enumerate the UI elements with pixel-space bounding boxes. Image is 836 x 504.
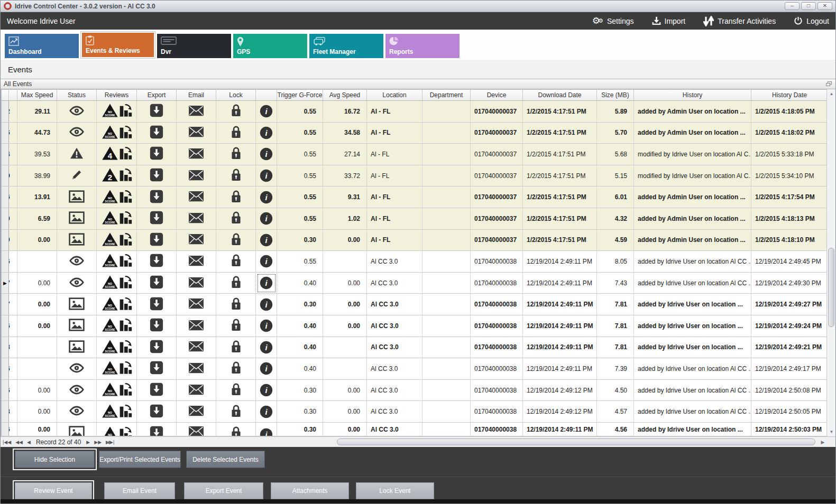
row-selector[interactable] [2,337,9,358]
export-cell[interactable] [137,186,177,208]
event-row[interactable]: 60.00NOSCOREi0.300.00Al CC 3.00170400000… [2,380,835,402]
email-cell[interactable] [177,423,216,436]
row-selector[interactable] [2,208,9,229]
info-icon[interactable]: i [258,426,275,436]
export-cell[interactable] [137,294,177,315]
info-icon[interactable]: i [258,231,275,249]
nav-first-button[interactable]: |◀◀ [1,440,13,445]
event-row[interactable]: 60.00NOSCOREi0.300.00Al CC 3.00170400000… [2,423,835,436]
info-icon[interactable]: i [258,188,275,206]
event-row[interactable]: 8NOSCOREi0.40Al CC 3.001704000003812/19/… [2,337,835,359]
event-row[interactable]: ▶70.00NOSCOREi0.400.00Al CC 3.0017040000… [2,273,835,294]
info-cell[interactable]: i [256,165,277,186]
info-cell[interactable]: i [256,380,277,401]
event-row[interactable]: 613.91NOSCOREi0.559.31Al - FL01704000003… [2,186,835,208]
info-icon[interactable]: i [258,102,275,120]
info-icon[interactable]: i [258,253,275,270]
scroll-up-icon[interactable]: ▲ [827,89,836,98]
export-cell[interactable] [137,123,177,144]
email-cell[interactable] [177,380,216,401]
column-header-trigger-g-force[interactable]: Trigger G-Force [277,90,323,100]
email-cell[interactable] [177,101,216,122]
info-icon[interactable]: i [258,145,275,163]
info-cell[interactable]: i [256,144,277,165]
email-cell[interactable] [177,165,216,186]
column-header-row-selector[interactable] [2,90,9,100]
delete-selected-events-button[interactable]: Delete Selected Events [186,451,265,468]
email-cell[interactable] [177,186,216,208]
reviews-cell[interactable]: NOSCORE [97,358,137,379]
hide-selection-button[interactable]: Hide Selection [15,451,95,468]
email-cell[interactable] [177,337,216,358]
tab-fleet-manager[interactable]: Fleet Manager [309,34,383,58]
info-icon[interactable]: i [258,360,275,378]
event-row[interactable]: 60.00NOSCOREi0.400.00Al CC 3.00170400000… [2,315,835,337]
info-icon[interactable]: i [258,338,275,356]
row-selector[interactable] [2,358,9,379]
attachments-button[interactable]: Attachments [271,482,349,499]
scroll-right-icon[interactable]: ▶ [819,437,826,447]
reviews-cell[interactable]: NOSCORE [97,380,137,401]
lock-cell[interactable] [216,208,256,229]
email-cell[interactable] [177,208,216,229]
reviews-cell[interactable]: 2 [97,165,137,186]
reviews-cell[interactable]: NOSCORE [97,186,137,208]
info-cell[interactable]: i [256,273,277,294]
info-cell[interactable]: i [256,337,277,358]
vertical-scroll-thumb[interactable] [828,248,834,327]
info-cell[interactable]: i [256,315,277,337]
column-header-info[interactable] [256,90,277,100]
email-cell[interactable] [177,315,216,337]
lock-cell[interactable] [216,401,256,422]
tab-reports[interactable]: Reports [385,34,460,58]
tab-events-reviews[interactable]: Events & Reviews [81,32,155,58]
email-cell[interactable] [177,358,216,379]
row-selector[interactable] [2,101,9,122]
info-icon[interactable]: i [258,295,275,313]
reviews-cell[interactable]: NOSCORE [97,251,137,272]
tab-gps[interactable]: GPS [233,34,307,58]
event-row[interactable]: 938.992i0.5533.72Al - FL0170400000371/2/… [2,165,835,187]
info-icon[interactable]: i [258,381,275,399]
row-selector[interactable] [2,123,9,144]
info-cell[interactable]: i [256,208,277,229]
export-cell[interactable] [137,251,177,272]
export-cell[interactable] [137,401,177,422]
minimize-button[interactable]: – [785,2,800,10]
lock-cell[interactable] [216,423,256,436]
menu-item-logout[interactable]: Logout [794,16,829,25]
menu-item-settings[interactable]: ⚙⚙Settings [592,16,634,25]
close-button[interactable]: ✕ [817,2,832,10]
column-header-reviews[interactable]: Reviews [97,90,137,100]
export-cell[interactable] [137,144,177,165]
lock-cell[interactable] [216,123,256,144]
export-cell[interactable] [137,358,177,379]
column-header-department[interactable]: Department [422,90,471,100]
email-cell[interactable] [177,401,216,422]
info-cell[interactable]: i [256,251,277,272]
column-header-export[interactable]: Export [137,90,177,100]
email-cell[interactable] [177,123,216,144]
column-header-email[interactable]: Email [177,90,216,100]
reviews-cell[interactable]: NOSCORE [97,423,137,436]
event-row[interactable]: 6NOSCOREi0.55Al CC 3.001704000003812/19/… [2,251,835,273]
info-cell[interactable]: i [256,401,277,422]
info-cell[interactable]: i [256,123,277,144]
column-header-location[interactable]: Location [367,90,422,100]
row-selector[interactable] [2,423,9,436]
email-cell[interactable] [177,294,216,315]
info-cell[interactable]: i [256,186,277,208]
export-cell[interactable] [137,315,177,337]
lock-cell[interactable] [216,337,256,358]
lock-cell[interactable] [216,380,256,401]
row-selector[interactable] [2,230,9,251]
menu-item-import[interactable]: Import [652,16,686,25]
event-row[interactable]: 644.73NOSCOREi0.5534.58Al - FL0170400000… [2,123,835,144]
reviews-cell[interactable]: NOSCORE [97,273,137,294]
lock-cell[interactable] [216,101,256,122]
scroll-down-icon[interactable]: ▼ [827,427,836,436]
export-cell[interactable] [137,337,177,358]
export-cell[interactable] [137,208,177,229]
horizontal-scroll-thumb[interactable] [337,438,815,445]
email-cell[interactable] [177,230,216,251]
